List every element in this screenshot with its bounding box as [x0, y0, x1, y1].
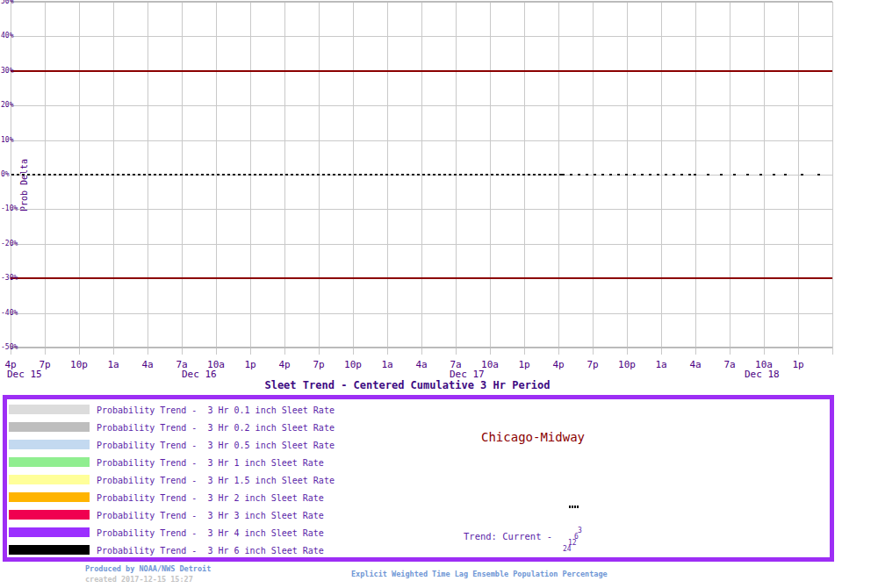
gridline-vertical: [284, 2, 285, 355]
x-tick-label: 4a: [134, 359, 161, 370]
legend-item-label: Probability Trend - 3 Hr 0.1 inch Sleet …: [97, 405, 335, 415]
x-tick-label: 7p: [306, 359, 332, 370]
x-tick-label: 4a: [682, 359, 709, 370]
x-tick-label: 10p: [614, 359, 640, 370]
legend-swatch: [9, 422, 90, 432]
gridline-horizontal: [11, 36, 832, 37]
legend-item-label: Probability Trend - 3 Hr 0.5 inch Sleet …: [97, 441, 335, 450]
x-tick-label: 1p: [785, 359, 811, 370]
x-tick-label: 1p: [511, 359, 537, 370]
x-tick-label: 1a: [100, 359, 126, 370]
trend-dot: [574, 506, 576, 508]
legend-item-label: Probability Trend - 3 Hr 2 inch Sleet Ra…: [97, 493, 324, 503]
gridline-vertical: [558, 2, 559, 355]
trend-dot: [572, 506, 573, 508]
trend-chart: Prob Delta 50%40%30%20%10%0%-10%-20%-30%…: [0, 0, 878, 395]
legend-swatch: [9, 405, 90, 414]
legend-row: Probability Trend - 3 Hr 0.5 inch Sleet …: [7, 440, 824, 450]
gridline-vertical: [353, 2, 354, 355]
legend-row: Probability Trend - 3 Hr 0.1 inch Sleet …: [7, 405, 824, 415]
gridline-vertical: [387, 2, 388, 355]
legend-swatch: [9, 492, 90, 502]
gridline-vertical: [798, 2, 799, 355]
station-name: Chicago-Midway: [481, 430, 585, 444]
legend-item-label: Probability Trend - 3 Hr 4 inch Sleet Ra…: [97, 528, 324, 538]
gridline-vertical: [524, 2, 525, 355]
gridline-horizontal: [11, 105, 832, 106]
y-tick-label: -50%: [1, 343, 18, 351]
x-tick-label: 4p: [545, 359, 572, 370]
x-tick-label: 1p: [237, 359, 263, 370]
legend-row: Probability Trend - 3 Hr 3 inch Sleet Ra…: [7, 510, 824, 520]
y-tick-label: -10%: [1, 204, 18, 212]
legend-item-label: Probability Trend - 3 Hr 1.5 inch Sleet …: [97, 476, 335, 485]
gridline-vertical: [216, 2, 217, 355]
legend-swatch: [9, 545, 90, 555]
x-tick-label: 10p: [340, 359, 366, 370]
x-tick-label: 4p: [271, 359, 298, 370]
x-tick-label: 4a: [408, 359, 435, 370]
footer-description: Explicit Weighted Time Lag Ensemble Popu…: [351, 570, 608, 578]
legend-item-label: Probability Trend - 3 Hr 6 inch Sleet Ra…: [97, 546, 324, 556]
legend-swatch: [9, 527, 90, 537]
trend-dot: [569, 506, 571, 508]
trend-lag-number: 24: [563, 545, 572, 553]
legend-row: Probability Trend - 3 Hr 6 inch Sleet Ra…: [7, 545, 824, 556]
gridline-vertical: [148, 2, 148, 355]
legend-row: Probability Trend - 3 Hr 1.5 inch Sleet …: [7, 475, 824, 485]
legend-item-label: Probability Trend - 3 Hr 0.2 inch Sleet …: [97, 423, 335, 433]
legend-row: Probability Trend - 3 Hr 2 inch Sleet Ra…: [7, 492, 824, 503]
gridline-vertical: [45, 2, 46, 355]
gridline-vertical: [490, 2, 491, 355]
produced-by-credit: Produced by NOAA/NWS Detroit: [85, 564, 211, 573]
chart-title: Sleet Trend - Centered Cumulative 3 Hr P…: [12, 379, 802, 391]
legend-row: Probability Trend - 3 Hr 0.2 inch Sleet …: [7, 422, 824, 433]
y-tick-label: 20%: [1, 101, 13, 109]
gridline-horizontal: [11, 313, 832, 314]
trend-label: Trend: Current -: [464, 531, 552, 541]
legend-item-label: Probability Trend - 3 Hr 3 inch Sleet Ra…: [97, 511, 324, 520]
legend-row: Probability Trend - 3 Hr 1 inch Sleet Ra…: [7, 457, 824, 468]
gridline-vertical: [695, 2, 696, 355]
legend-swatch: [9, 440, 90, 449]
y-tick-label: 30%: [1, 67, 13, 75]
reference-line: [11, 70, 832, 72]
zero-trend-dot: [784, 174, 787, 176]
y-tick-label: 10%: [1, 136, 13, 144]
x-tick-label: 7p: [579, 359, 606, 370]
x-tick-label: 1a: [648, 359, 674, 370]
gridline-vertical: [456, 2, 457, 355]
gridline-vertical: [250, 2, 251, 355]
gridline-vertical: [661, 2, 662, 355]
y-tick-label: 0%: [1, 170, 10, 178]
gridline-vertical: [11, 2, 11, 355]
legend-swatch: [9, 510, 90, 520]
zero-trend-dot: [801, 174, 803, 176]
y-tick-label: -40%: [1, 309, 18, 317]
trend-dots: [569, 506, 579, 508]
x-tick-label: 10p: [66, 359, 92, 370]
trend-dot: [577, 506, 579, 508]
gridline-vertical: [319, 2, 320, 355]
x-tick-label: 7a: [716, 359, 743, 370]
gridline-vertical: [730, 2, 730, 355]
legend-item-label: Probability Trend - 3 Hr 1 inch Sleet Ra…: [97, 458, 324, 468]
legend-panel: Probability Trend - 3 Hr 0.1 inch Sleet …: [3, 395, 834, 562]
y-axis-label: Prob Delta: [19, 159, 29, 212]
sleet-trend-page: Prob Delta 50%40%30%20%10%0%-10%-20%-30%…: [0, 0, 878, 588]
x-tick-label: 1a: [374, 359, 400, 370]
y-tick-label: 40%: [1, 32, 13, 39]
gridline-horizontal: [11, 1, 832, 3]
gridline-horizontal: [11, 209, 832, 210]
reference-line: [11, 277, 832, 279]
gridline-vertical: [593, 2, 594, 355]
zero-trend-dot: [817, 174, 820, 176]
legend-swatch: [9, 475, 90, 484]
gridline-horizontal: [11, 140, 832, 141]
gridline-horizontal: [11, 347, 832, 348]
gridline-vertical: [421, 2, 422, 355]
y-tick-label: -30%: [1, 274, 18, 282]
y-tick-label: -20%: [1, 240, 18, 247]
legend-swatch: [9, 457, 90, 467]
gridline-vertical: [764, 2, 765, 355]
